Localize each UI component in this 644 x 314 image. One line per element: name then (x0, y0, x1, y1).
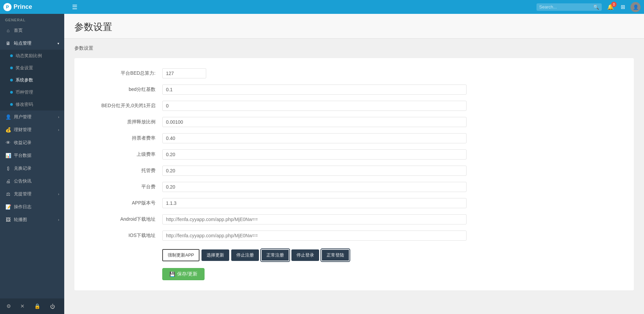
prize-setting-label: 奖金设置 (16, 65, 33, 71)
sidebar-item-change-pwd[interactable]: 修改密码 (0, 98, 64, 111)
dot-icon (10, 54, 13, 57)
form-row-android-url: Android下载地址 (81, 214, 627, 224)
sidebar-item-op-log[interactable]: 📝 操作日志 (0, 200, 64, 213)
save-icon: 💾 (169, 271, 175, 277)
input-bed-power (162, 68, 467, 78)
form-row-custody-fee: 托管费 (81, 166, 627, 176)
hamburger-button[interactable]: ☰ (69, 2, 80, 12)
apps-button[interactable]: ⊞ (619, 2, 626, 11)
log-icon: 📝 (5, 204, 11, 210)
sidebar-item-user-mgmt[interactable]: 👤 用户管理 › (0, 111, 64, 123)
force-update-button[interactable]: 强制更新APP (162, 249, 199, 261)
chevron-right-icon: › (58, 115, 59, 119)
save-label: 保存/更新 (177, 271, 197, 277)
sidebar-item-finance-mgmt[interactable]: 💰 理财管理 › (0, 123, 64, 136)
label-holder-rate: 持票者费率 (81, 135, 162, 141)
sidebar-item-revenue[interactable]: 👁 收益记录 (0, 136, 64, 149)
sidebar-item-site-mgmt[interactable]: 🖥 站点管理 ▾ (0, 37, 64, 50)
charge-mgmt-label: 充提管理 (14, 191, 31, 197)
logo-text: Prince (14, 3, 32, 10)
custody-fee-input[interactable] (162, 166, 467, 176)
revenue-icon: 👁 (5, 140, 11, 145)
chevron-right-icon: › (58, 192, 59, 196)
form-row-platform-fee: 平台费 (81, 182, 627, 192)
android-url-input[interactable] (162, 214, 467, 224)
input-custody-fee (162, 166, 467, 176)
form-row-bed-base: bed分红基数 (81, 84, 627, 95)
page-header: 参数设置 (64, 14, 644, 39)
lock-bottom-button[interactable]: 🔒 (33, 302, 42, 311)
normal-register-button[interactable]: 正常注册 (261, 249, 289, 261)
close-bottom-button[interactable]: ✕ (19, 302, 26, 311)
power-bottom-button[interactable]: ⏻ (49, 302, 56, 311)
search-button[interactable]: 🔍 (593, 4, 599, 10)
platform-data-label: 平台数据 (14, 152, 31, 159)
stop-register-button[interactable]: 停止注册 (231, 249, 259, 261)
form-panel: 平台BED总算力: bed分红基数 BED分红开关,0关闭1开启 (74, 58, 634, 290)
notification-button[interactable]: 🔔 0 (606, 2, 615, 11)
settings-bottom-button[interactable]: ⚙ (5, 302, 12, 311)
sidebar-site-mgmt-label: 站点管理 (14, 40, 31, 46)
stop-login-button[interactable]: 停止登录 (291, 249, 319, 261)
sidebar-item-carousel[interactable]: 🖼 轮播图 › (0, 213, 64, 226)
save-button[interactable]: 💾 保存/更新 (162, 268, 205, 280)
label-superior-rate: 上级费率 (81, 151, 162, 158)
label-bed-base: bed分红基数 (81, 87, 162, 93)
currency-mgmt-label: 币种管理 (16, 89, 33, 95)
user-avatar-button[interactable]: 👤 (630, 2, 641, 12)
carousel-label: 轮播图 (14, 217, 27, 223)
label-pledge-ratio: 质押释放比例 (81, 119, 162, 125)
sidebar-bottom: ⚙ ✕ 🔒 ⏻ (0, 298, 64, 314)
holder-rate-input[interactable] (162, 133, 467, 143)
announcement-icon: 🖨 (5, 178, 11, 184)
sidebar-item-currency-mgmt[interactable]: 币种管理 (0, 86, 64, 98)
home-icon: ⌂ (5, 28, 11, 33)
scale-icon: ⚖ (5, 191, 11, 197)
action-button-row: 强制更新APP 选择更新 停止注册 正常注册 停止登录 正常登陆 (162, 249, 627, 261)
bed-base-input[interactable] (162, 84, 467, 95)
platform-fee-input[interactable] (162, 182, 467, 192)
superior-rate-input[interactable] (162, 149, 467, 160)
sidebar-item-charge-mgmt[interactable]: ⚖ 充提管理 › (0, 188, 64, 200)
main-layout: GENERAL ⌂ 首页 🖥 站点管理 ▾ 动态奖励比例 奖金设置 系统参数 (0, 14, 644, 314)
bed-switch-input[interactable] (162, 101, 467, 111)
user-mgmt-label: 用户管理 (14, 114, 31, 120)
chevron-right-icon: › (58, 218, 59, 222)
normal-login-button[interactable]: 正常登陆 (321, 249, 350, 261)
sidebar: GENERAL ⌂ 首页 🖥 站点管理 ▾ 动态奖励比例 奖金设置 系统参数 (0, 14, 64, 314)
ios-url-input[interactable] (162, 231, 467, 241)
sidebar-item-announcement[interactable]: 🖨 公告快讯 (0, 175, 64, 188)
search-input[interactable] (539, 4, 593, 9)
sidebar-item-home[interactable]: ⌂ 首页 (0, 24, 64, 37)
sidebar-home-label: 首页 (14, 27, 23, 33)
select-update-button[interactable]: 选择更新 (201, 249, 229, 261)
dot-icon (10, 79, 13, 81)
bitcoin-icon: ₿ (5, 166, 11, 171)
input-ios-url (162, 231, 467, 241)
input-superior-rate (162, 149, 467, 160)
form-row-pledge-ratio: 质押释放比例 (81, 117, 627, 127)
dynamic-reward-label: 动态奖励比例 (16, 53, 42, 59)
form-row-holder-rate: 持票者费率 (81, 133, 627, 143)
input-android-url (162, 214, 467, 224)
sidebar-item-prize-setting[interactable]: 奖金设置 (0, 62, 64, 74)
label-android-url: Android下载地址 (81, 216, 162, 222)
label-bed-power: 平台BED总算力: (81, 70, 162, 76)
monitor-icon: 🖥 (5, 41, 11, 46)
bed-power-input[interactable] (162, 68, 206, 78)
input-bed-base (162, 84, 467, 95)
form-row-superior-rate: 上级费率 (81, 149, 627, 160)
sidebar-item-platform-data[interactable]: 📊 平台数据 (0, 149, 64, 162)
pledge-ratio-input[interactable] (162, 117, 467, 127)
dot-icon (10, 67, 13, 69)
app-version-input[interactable] (162, 198, 467, 208)
chevron-down-icon: ▾ (57, 42, 59, 45)
sidebar-item-sys-params[interactable]: 系统参数 (0, 74, 64, 86)
form-row-app-version: APP版本号 (81, 198, 627, 208)
sidebar-item-redeem[interactable]: ₿ 兑换记录 (0, 162, 64, 175)
header-right: 🔍 🔔 0 ⊞ 👤 (536, 2, 641, 12)
logo-icon: P (3, 3, 11, 11)
sidebar-item-dynamic-reward[interactable]: 动态奖励比例 (0, 50, 64, 62)
dot-icon (10, 91, 13, 94)
announcement-label: 公告快讯 (14, 178, 31, 184)
